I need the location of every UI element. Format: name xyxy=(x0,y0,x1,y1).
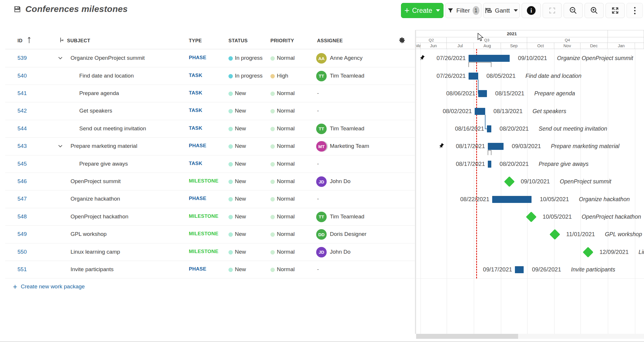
subject-cell[interactable]: Prepare give aways xyxy=(79,161,128,167)
collapse-chevron-icon[interactable] xyxy=(58,144,63,148)
column-header-type[interactable]: TYPE xyxy=(189,38,202,43)
work-package-id-link[interactable]: 545 xyxy=(17,161,27,167)
assignee-cell[interactable]: John Do xyxy=(330,178,351,185)
priority-cell[interactable]: Normal xyxy=(277,213,295,220)
priority-cell[interactable]: Normal xyxy=(277,231,295,237)
subject-cell[interactable]: OpenProject hackathon xyxy=(71,213,129,220)
assignee-cell[interactable]: - xyxy=(317,108,319,114)
column-header-subject[interactable]: SUBJECT xyxy=(67,38,90,43)
type-cell[interactable]: MILESTONE xyxy=(189,178,219,184)
assignee-cell[interactable]: - xyxy=(317,161,319,167)
gantt-bar[interactable] xyxy=(478,90,487,97)
table-settings-gear-icon[interactable] xyxy=(399,37,406,44)
priority-cell[interactable]: Normal xyxy=(277,90,295,97)
table-row[interactable]: 546OpenProject summitMILESTONENewNormalJ… xyxy=(5,173,415,190)
work-package-id-link[interactable]: 544 xyxy=(17,125,27,132)
table-row[interactable]: 540Find date and locationTASKIn progress… xyxy=(5,67,415,85)
type-cell[interactable]: PHASE xyxy=(189,266,206,272)
work-package-id-link[interactable]: 541 xyxy=(17,90,27,97)
assignee-cell[interactable]: Tim Teamlead xyxy=(330,213,364,220)
status-cell[interactable]: New xyxy=(235,178,246,185)
gantt-bar[interactable] xyxy=(515,266,524,273)
status-cell[interactable]: In progress xyxy=(235,73,263,79)
create-work-package-link[interactable]: + Create new work package xyxy=(13,283,85,290)
type-cell[interactable]: TASK xyxy=(189,125,202,131)
column-header-id[interactable]: ID xyxy=(17,38,22,43)
gantt-bar[interactable] xyxy=(492,196,532,203)
priority-cell[interactable]: Normal xyxy=(277,249,295,255)
work-package-id-link[interactable]: 550 xyxy=(17,249,27,255)
column-header-assignee[interactable]: ASSIGNEE xyxy=(317,38,343,43)
work-package-id-link[interactable]: 547 xyxy=(17,196,27,202)
subject-cell[interactable]: GPL workshop xyxy=(71,231,107,237)
status-cell[interactable]: In progress xyxy=(235,55,263,61)
type-cell[interactable]: TASK xyxy=(189,161,202,166)
gantt-horizontal-scrollbar[interactable] xyxy=(416,334,644,339)
gantt-milestone-diamond[interactable] xyxy=(583,247,594,257)
gantt-mode-button[interactable]: Gantt xyxy=(483,3,520,18)
subject-cell[interactable]: Linux learning camp xyxy=(71,249,120,255)
status-cell[interactable]: New xyxy=(235,196,246,202)
work-package-id-link[interactable]: 549 xyxy=(17,231,27,237)
hierarchy-icon[interactable] xyxy=(59,37,65,44)
gantt-bar[interactable] xyxy=(469,55,510,62)
status-cell[interactable]: New xyxy=(235,108,246,114)
table-row[interactable]: 547Organize hackathonPHASENewNormal- xyxy=(5,190,415,208)
zoom-in-button[interactable] xyxy=(585,3,604,18)
type-cell[interactable]: TASK xyxy=(189,73,202,78)
column-header-status[interactable]: STATUS xyxy=(228,38,248,43)
type-cell[interactable]: TASK xyxy=(189,90,202,96)
zoom-to-fit-button[interactable] xyxy=(606,3,625,18)
assignee-cell[interactable]: - xyxy=(317,196,319,202)
column-header-priority[interactable]: PRIORITY xyxy=(270,38,294,43)
assignee-cell[interactable]: John Do xyxy=(330,249,351,255)
scrollbar-thumb[interactable] xyxy=(416,334,518,339)
assignee-cell[interactable]: Tim Teamlead xyxy=(330,125,364,132)
table-row[interactable]: 550Linux learning campMILESTONENewNormal… xyxy=(5,243,415,261)
status-cell[interactable]: New xyxy=(235,125,246,132)
priority-cell[interactable]: Normal xyxy=(277,178,295,185)
table-row[interactable]: 539Organize OpenProject summitPHASEIn pr… xyxy=(5,50,415,67)
table-row[interactable]: 548OpenProject hackathonMILESTONENewNorm… xyxy=(5,208,415,226)
gantt-bar[interactable] xyxy=(488,161,491,168)
work-package-id-link[interactable]: 543 xyxy=(17,143,27,149)
type-cell[interactable]: PHASE xyxy=(189,55,206,61)
gantt-bar[interactable] xyxy=(475,108,485,115)
priority-cell[interactable]: Normal xyxy=(277,161,295,167)
sort-ascending-icon[interactable] xyxy=(27,36,31,44)
save-icon[interactable] xyxy=(13,5,21,13)
more-options-button[interactable] xyxy=(627,3,643,18)
work-package-id-link[interactable]: 546 xyxy=(17,178,27,185)
subject-cell[interactable]: Organize hackathon xyxy=(71,196,120,202)
priority-cell[interactable]: Normal xyxy=(277,108,295,114)
priority-cell[interactable]: Normal xyxy=(277,266,295,273)
table-row[interactable]: 541Prepare agendaTASKNewNormal- xyxy=(5,85,415,102)
subject-cell[interactable]: Organize OpenProject summit xyxy=(71,55,145,61)
subject-cell[interactable]: Send out meeting invitation xyxy=(79,125,146,132)
gantt-milestone-diamond[interactable] xyxy=(550,229,560,240)
table-row[interactable]: 551Invite participantsPHASENewNormal- xyxy=(5,261,415,278)
table-row[interactable]: 542Get speakersTASKNewNormal- xyxy=(5,102,415,120)
gantt-milestone-diamond[interactable] xyxy=(526,212,537,222)
gantt-milestone-diamond[interactable] xyxy=(504,176,515,187)
priority-cell[interactable]: Normal xyxy=(277,196,295,202)
table-row[interactable]: 543Prepare marketing materialPHASENewNor… xyxy=(5,138,415,155)
work-package-id-link[interactable]: 551 xyxy=(17,266,27,273)
priority-cell[interactable]: Normal xyxy=(277,143,295,149)
status-cell[interactable]: New xyxy=(235,231,246,237)
table-row[interactable]: 545Prepare give awaysTASKNewNormal- xyxy=(5,155,415,173)
assignee-cell[interactable]: - xyxy=(317,266,319,273)
status-cell[interactable]: New xyxy=(235,249,246,255)
work-package-id-link[interactable]: 539 xyxy=(17,55,27,61)
table-row[interactable]: 544Send out meeting invitationTASKNewNor… xyxy=(5,120,415,138)
status-cell[interactable]: New xyxy=(235,161,246,167)
focus-mode-button[interactable] xyxy=(543,3,562,18)
create-button[interactable]: + Create xyxy=(401,3,444,18)
type-cell[interactable]: MILESTONE xyxy=(189,213,219,219)
work-package-id-link[interactable]: 542 xyxy=(17,108,27,114)
priority-cell[interactable]: Normal xyxy=(277,55,295,61)
subject-cell[interactable]: OpenProject summit xyxy=(71,178,121,185)
gantt-bar[interactable] xyxy=(469,73,478,80)
assignee-cell[interactable]: Marketing Team xyxy=(330,143,369,149)
status-cell[interactable]: New xyxy=(235,143,246,149)
